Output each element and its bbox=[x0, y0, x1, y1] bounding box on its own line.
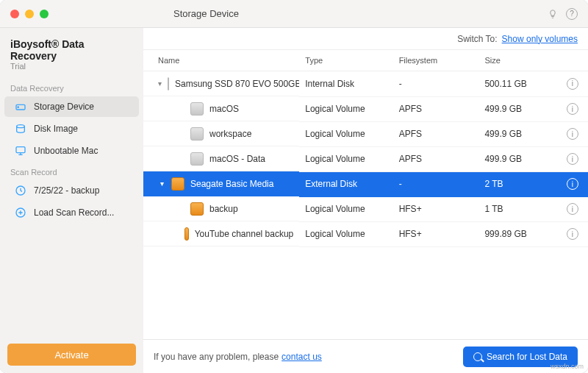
device-filesystem: HFS+ bbox=[393, 196, 479, 221]
col-name[interactable]: Name bbox=[143, 50, 299, 71]
plus-circle-icon bbox=[15, 207, 26, 219]
device-filesystem: HFS+ bbox=[393, 221, 479, 246]
table-row[interactable]: macOS - DataLogical VolumeAPFS499.9 GBi bbox=[143, 146, 588, 171]
footer-text: If you have any problem, please bbox=[154, 352, 279, 362]
device-filesystem: - bbox=[393, 171, 479, 196]
sidebar-item-label: Unbootable Mac bbox=[34, 146, 98, 156]
table-row[interactable]: ▾Seagate Basic MediaExternal Disk-2 TBi bbox=[143, 171, 588, 196]
hint-icon[interactable] bbox=[547, 8, 559, 20]
disk-icon bbox=[168, 77, 169, 90]
device-type: Logical Volume bbox=[299, 146, 392, 171]
info-icon[interactable]: i bbox=[567, 178, 578, 190]
search-button-label: Search for Lost Data bbox=[487, 352, 567, 362]
footer: If you have any problem, please contact … bbox=[143, 339, 588, 373]
switch-row: Switch To: Show only volumes bbox=[143, 28, 588, 50]
device-type: Logical Volume bbox=[299, 96, 392, 121]
device-type: Logical Volume bbox=[299, 196, 392, 221]
svg-point-2 bbox=[17, 125, 25, 128]
sidebar: iBoysoft® Data Recovery Trial Data Recov… bbox=[0, 28, 143, 373]
device-size: 499.9 GB bbox=[478, 96, 556, 121]
window-title: Storage Device bbox=[173, 8, 239, 19]
col-filesystem[interactable]: Filesystem bbox=[393, 50, 479, 71]
sidebar-item-label: Storage Device bbox=[34, 102, 94, 112]
device-size: 1 TB bbox=[478, 196, 556, 221]
device-size: 499.9 GB bbox=[478, 121, 556, 146]
info-icon[interactable]: i bbox=[567, 78, 578, 90]
disk-icon bbox=[190, 102, 204, 116]
contact-link[interactable]: contact us bbox=[282, 352, 322, 362]
col-info bbox=[557, 50, 589, 71]
disk-icon bbox=[190, 127, 204, 141]
section-scan-record: Scan Record bbox=[0, 162, 143, 180]
table-row[interactable]: macOSLogical VolumeAPFS499.9 GBi bbox=[143, 96, 588, 121]
sidebar-item-scan-backup[interactable]: 7/25/22 - backup bbox=[4, 180, 139, 201]
table-row[interactable]: workspaceLogical VolumeAPFS499.9 GBi bbox=[143, 121, 588, 146]
monitor-icon bbox=[15, 145, 26, 157]
main-panel: Switch To: Show only volumes Name Type F… bbox=[143, 28, 588, 373]
titlebar: Storage Device ? bbox=[0, 0, 588, 28]
device-filesystem: APFS bbox=[393, 146, 479, 171]
device-name: macOS bbox=[209, 104, 239, 114]
device-filesystem: - bbox=[393, 71, 479, 97]
svg-rect-3 bbox=[16, 147, 25, 153]
disk-icon bbox=[171, 177, 184, 191]
drive-icon bbox=[15, 101, 26, 113]
info-icon[interactable]: i bbox=[567, 153, 578, 165]
switch-label: Switch To: bbox=[457, 34, 497, 44]
minimize-icon[interactable] bbox=[25, 10, 34, 18]
table-row[interactable]: ▾Samsung SSD 870 EVO 500GB...Internal Di… bbox=[143, 71, 588, 97]
device-name: YouTube channel backup bbox=[195, 229, 294, 239]
disk-icon bbox=[184, 227, 189, 241]
info-icon[interactable]: i bbox=[567, 228, 578, 240]
activate-button[interactable]: Activate bbox=[7, 344, 136, 366]
table-row[interactable]: backupLogical VolumeHFS+1 TBi bbox=[143, 196, 588, 221]
sidebar-item-label: 7/25/22 - backup bbox=[34, 185, 99, 196]
switch-link[interactable]: Show only volumes bbox=[502, 34, 578, 44]
col-size[interactable]: Size bbox=[478, 50, 556, 71]
sidebar-item-load-scan-record[interactable]: Load Scan Record... bbox=[4, 202, 139, 223]
disk-icon bbox=[190, 202, 204, 216]
device-name: workspace bbox=[209, 129, 251, 139]
info-icon[interactable]: i bbox=[567, 203, 578, 215]
app-subtitle: Trial bbox=[0, 62, 143, 78]
section-data-recovery: Data Recovery bbox=[0, 78, 143, 96]
device-size: 999.89 GB bbox=[478, 221, 556, 246]
device-type: Internal Disk bbox=[299, 71, 392, 97]
search-icon bbox=[473, 352, 482, 361]
maximize-icon[interactable] bbox=[40, 10, 49, 18]
device-size: 2 TB bbox=[478, 171, 556, 196]
device-type: External Disk bbox=[299, 171, 392, 196]
device-name: Seagate Basic Media bbox=[190, 179, 273, 189]
svg-point-1 bbox=[18, 107, 18, 107]
app-name: iBoysoft® Data Recovery bbox=[0, 34, 143, 62]
device-table: Name Type Filesystem Size ▾Samsung SSD 8… bbox=[143, 50, 588, 339]
device-filesystem: APFS bbox=[393, 121, 479, 146]
col-type[interactable]: Type bbox=[299, 50, 392, 71]
device-size: 499.9 GB bbox=[478, 146, 556, 171]
clock-icon bbox=[15, 185, 26, 196]
info-icon[interactable]: i bbox=[567, 128, 578, 140]
device-name: Samsung SSD 870 EVO 500GB... bbox=[175, 79, 299, 89]
table-row[interactable]: YouTube channel backupLogical VolumeHFS+… bbox=[143, 221, 588, 246]
sidebar-item-label: Disk Image bbox=[34, 124, 78, 134]
info-icon[interactable]: i bbox=[567, 103, 578, 115]
help-icon[interactable]: ? bbox=[566, 8, 578, 20]
sidebar-item-storage-device[interactable]: Storage Device bbox=[4, 96, 139, 117]
device-name: macOS - Data bbox=[209, 154, 265, 164]
disk-image-icon bbox=[15, 123, 26, 135]
close-icon[interactable] bbox=[10, 10, 19, 18]
device-type: Logical Volume bbox=[299, 121, 392, 146]
sidebar-item-unbootable-mac[interactable]: Unbootable Mac bbox=[4, 141, 139, 161]
disk-icon bbox=[190, 152, 204, 166]
sidebar-item-disk-image[interactable]: Disk Image bbox=[4, 118, 139, 139]
traffic-lights bbox=[10, 10, 49, 18]
device-size: 500.11 GB bbox=[478, 71, 556, 97]
sidebar-item-label: Load Scan Record... bbox=[34, 207, 114, 218]
device-filesystem: APFS bbox=[393, 96, 479, 121]
chevron-down-icon[interactable]: ▾ bbox=[158, 180, 165, 188]
device-name: backup bbox=[209, 204, 238, 214]
device-type: Logical Volume bbox=[299, 221, 392, 246]
watermark: wsxdn.com bbox=[551, 363, 584, 370]
chevron-down-icon[interactable]: ▾ bbox=[158, 79, 162, 88]
